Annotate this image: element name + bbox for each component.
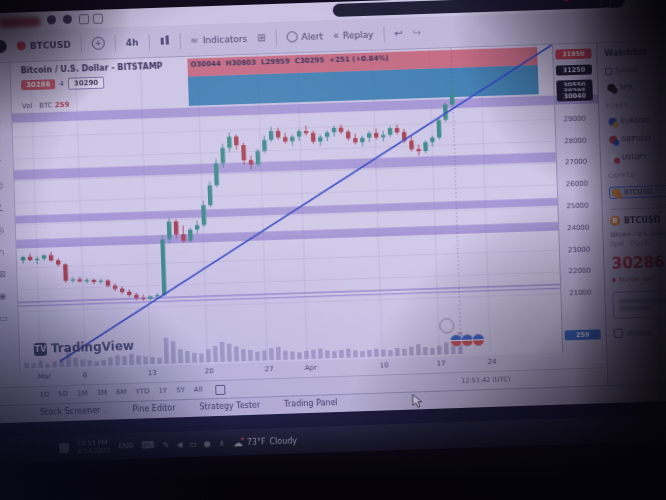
detail-symbol[interactable]: BTCUSD <box>624 215 661 225</box>
watchlist-row-usdjpy[interactable]: USDJPY <box>608 150 666 163</box>
battery-icon[interactable]: ▭ <box>189 439 197 448</box>
monitor-screen: BTCUSD + 4h ≈ Indicators ⊞ Alert « Repla… <box>0 0 666 463</box>
chevron-up-icon[interactable]: ∧ <box>219 438 225 447</box>
watchlist-row-spx[interactable]: SPX <box>605 80 666 93</box>
close-value: C30295 <box>295 56 325 65</box>
chevron-down-icon: ⌄ <box>103 407 108 414</box>
zoom-tool[interactable]: ◎ <box>0 225 5 235</box>
volume-icon[interactable]: ◀ <box>176 440 182 449</box>
range-ytd[interactable]: YTD <box>135 387 149 397</box>
taskbar-app-icon[interactable] <box>59 443 69 453</box>
watchlist-row-btcusd[interactable]: BTCUSD <box>609 184 666 199</box>
symbol-label: BTCUSD <box>30 39 71 50</box>
divider <box>114 35 116 51</box>
browser-profile-icon[interactable] <box>47 15 56 24</box>
fib-tool[interactable]: ≡ <box>0 115 1 125</box>
pen-icon[interactable]: ✎ <box>162 440 169 449</box>
chevron-down-icon[interactable]: ⌄ <box>651 48 656 55</box>
candle <box>374 133 379 138</box>
undo-icon[interactable]: ↩ <box>394 28 403 39</box>
redo-icon[interactable]: ↪ <box>413 27 422 38</box>
illegible-text <box>627 330 653 335</box>
candle <box>367 133 372 138</box>
candle <box>325 132 330 137</box>
candle <box>63 264 68 280</box>
emoji-sticker[interactable] <box>472 333 485 346</box>
utc-clock[interactable]: 12:53:42 (UTC) <box>461 375 510 385</box>
emoji-drawings[interactable] <box>452 333 485 347</box>
candle <box>155 295 159 296</box>
chart-pane[interactable]: Bitcoin / U.S. Dollar - BITSTAMP O30044H… <box>10 45 562 371</box>
symbol-button[interactable]: BTCUSD <box>17 39 71 51</box>
info-card[interactable] <box>612 289 666 318</box>
chart-type-icon[interactable] <box>159 35 169 47</box>
symbol-label: SPX <box>619 83 633 91</box>
hide-tool[interactable]: ◉ <box>0 291 7 301</box>
range-5y[interactable]: 5Y <box>176 386 185 396</box>
status-label: Market open <box>619 274 657 282</box>
browser-tab-icon[interactable] <box>79 14 89 24</box>
candle <box>290 137 295 142</box>
text-tool[interactable]: T <box>0 159 1 169</box>
bottom-tab-stock-screener[interactable]: Stock Screener⌄ <box>40 406 109 417</box>
price-label: 26000 <box>566 180 589 189</box>
bottom-tab-trading-panel[interactable]: Trading Panel <box>284 398 338 409</box>
sell-button[interactable]: 30286 <box>21 79 56 90</box>
lock-tool[interactable]: ⊠ <box>0 269 6 279</box>
magnet-tool[interactable]: ∩ <box>0 247 5 257</box>
user-avatar[interactable] <box>0 40 7 53</box>
high-value: H30803 <box>226 59 256 68</box>
divider <box>148 34 150 50</box>
emoji-tool[interactable]: ☺ <box>0 181 4 191</box>
symbol-icon <box>612 189 620 197</box>
divider <box>383 26 385 42</box>
range-6m[interactable]: 6M <box>116 388 127 398</box>
candle <box>208 185 213 205</box>
price-label: 22000 <box>568 267 591 276</box>
browser-menu-icon[interactable] <box>601 0 611 8</box>
candle <box>255 151 260 164</box>
range-1d[interactable]: 1D <box>39 391 49 401</box>
buy-button[interactable]: 30290 <box>68 77 105 90</box>
candle <box>181 234 186 241</box>
interval-button[interactable]: 4h <box>125 37 138 47</box>
replay-label: Replay <box>343 29 374 40</box>
candle <box>28 257 33 260</box>
bottom-tab-strategy-tester[interactable]: Strategy Tester <box>199 401 260 412</box>
browser-extension-icon[interactable] <box>63 15 72 24</box>
watchlist-row-gbpusd[interactable]: GBPUSD <box>607 132 666 145</box>
range-1m[interactable]: 1M <box>77 389 88 399</box>
browser-window-icon[interactable] <box>93 14 103 24</box>
brush-tool[interactable]: ~ <box>0 137 1 147</box>
tradingview-logo-icon: TV <box>34 342 47 355</box>
symbol-column-icon <box>605 67 612 74</box>
calendar-icon[interactable] <box>215 385 225 395</box>
candle <box>381 135 385 137</box>
open-value: O30044 <box>190 60 221 69</box>
measure-tool[interactable]: ∠ <box>0 203 4 213</box>
candle <box>188 230 193 241</box>
candle <box>35 259 39 260</box>
delete-tool[interactable]: ▭ <box>0 313 8 323</box>
weather-widget[interactable]: ☁ 73°F Cloudy <box>233 435 298 448</box>
watchlist-row-eurusd[interactable]: EURUSD <box>607 114 666 127</box>
indicators-button[interactable]: ≈ Indicators <box>190 33 247 46</box>
candle <box>21 257 26 260</box>
news-row[interactable] <box>614 326 666 338</box>
replay-button[interactable]: « Replay <box>333 29 374 41</box>
range-1y[interactable]: 1Y <box>158 387 167 397</box>
volume-label: Vol · BTC <box>22 101 53 110</box>
range-3m[interactable]: 3M <box>96 389 107 399</box>
volume-badge: 259 <box>565 329 601 340</box>
language-indicator[interactable]: ENG <box>118 442 133 450</box>
compare-add-icon[interactable]: + <box>91 37 104 50</box>
taskbar-clock[interactable]: 12:53 PM 4/14/2023 <box>77 439 111 456</box>
range-all[interactable]: All <box>194 386 203 396</box>
price-chart[interactable] <box>10 45 562 371</box>
keyboard-icon[interactable]: ⌨ <box>141 440 154 450</box>
layout-grid-icon[interactable]: ⊞ <box>257 32 266 43</box>
range-5d[interactable]: 5D <box>58 390 68 400</box>
onedrive-icon[interactable]: ● <box>204 439 211 448</box>
bottom-tab-pine-editor[interactable]: Pine Editor <box>132 403 175 413</box>
alert-button[interactable]: Alert <box>286 30 323 42</box>
